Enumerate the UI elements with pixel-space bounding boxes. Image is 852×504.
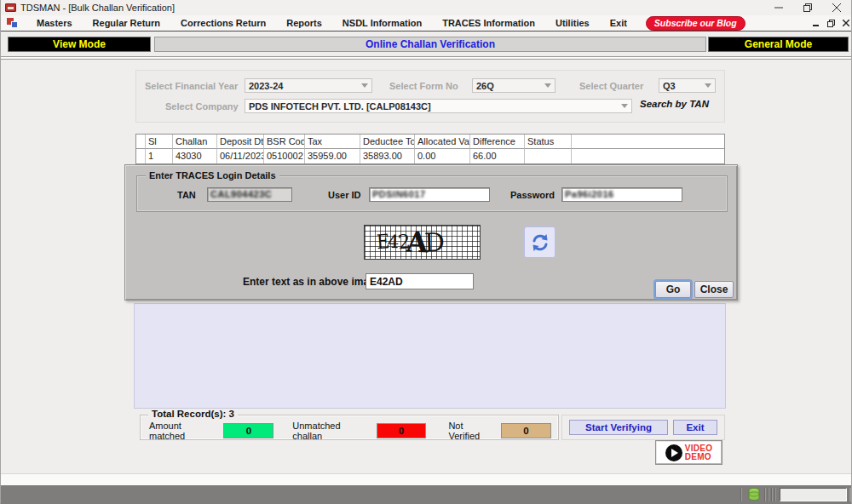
captcha-image: E42AD (364, 225, 481, 260)
menu-exit[interactable]: Exit (600, 16, 637, 30)
close-button[interactable] (822, 0, 851, 15)
title-bar: TDSMAN - [Bulk Challan Verification] (1, 0, 851, 15)
go-button[interactable]: Go (655, 281, 691, 298)
menu-utilities[interactable]: Utilities (545, 16, 600, 30)
results-panel (134, 303, 726, 409)
exit-button[interactable]: Exit (673, 420, 717, 435)
page-title: Online Challan Verification (154, 37, 706, 52)
mdi-close-button[interactable] (843, 20, 849, 26)
child-window-icon (7, 18, 18, 28)
minimize-button[interactable] (764, 0, 793, 15)
col-challan: Challan (173, 135, 217, 149)
challan-table: Sl Challan Deposit Dt BSR Code Tax Deduc… (135, 134, 725, 164)
user-id-value: PDSIN6017 (372, 189, 426, 199)
not-verified-count: 0 (501, 423, 551, 438)
amount-matched-count: 0 (223, 423, 273, 438)
col-status: Status (525, 135, 572, 149)
cell-difference: 66.00 (470, 149, 525, 163)
quarter-label: Select Quarter (579, 81, 643, 91)
start-verifying-button[interactable]: Start Verifying (569, 420, 668, 435)
summary-row: Amount matched 0 Unmatched challan 0 Not… (149, 421, 551, 441)
password-label: Password (510, 190, 555, 200)
user-id-field[interactable]: PDSIN6017 (369, 187, 490, 202)
menu-reports[interactable]: Reports (276, 16, 332, 30)
refresh-captcha-button[interactable] (524, 226, 556, 258)
user-id-label: User ID (328, 190, 361, 200)
unmatched-label: Unmatched challan (292, 421, 371, 441)
col-bsr-code: BSR Code (264, 135, 305, 149)
form-no-label: Select Form No (389, 81, 458, 91)
form-no-select[interactable]: 26Q (472, 78, 556, 93)
total-records-label: Total Record(s): 3 (148, 409, 238, 419)
play-icon (665, 444, 682, 461)
company-label: Select Company (165, 101, 239, 112)
tan-field: CAL904423C (207, 187, 292, 202)
financial-year-value: 2023-24 (249, 81, 283, 91)
captcha-input[interactable] (366, 273, 474, 289)
password-field[interactable]: Pa96i2016 (561, 187, 682, 202)
amount-matched-label: Amount matched (149, 421, 218, 441)
mdi-close-icon (843, 20, 849, 26)
chevron-down-icon (544, 83, 551, 88)
minimize-icon (774, 3, 783, 12)
view-mode-tab[interactable]: View Mode (8, 37, 151, 52)
financial-year-select[interactable]: 2023-24 (245, 78, 372, 93)
cell-bsr-code: 0510002 (264, 149, 305, 163)
mdi-restore-button[interactable] (827, 20, 835, 27)
close-dialog-button[interactable]: Close (694, 281, 734, 298)
chevron-down-icon (705, 83, 711, 88)
divider (1, 56, 851, 60)
database-icon (748, 488, 760, 504)
restore-icon (803, 3, 812, 12)
cell-challan: 43030 (173, 149, 217, 163)
app-window: TDSMAN - [Bulk Challan Verification] Mas… (0, 0, 852, 504)
company-value: PDS INFOTECH PVT. LTD. [CALP08143C] (249, 101, 431, 112)
quarter-value: Q3 (663, 81, 676, 91)
tan-value: CAL904423C (210, 189, 272, 199)
chevron-down-icon (361, 83, 368, 88)
general-mode-tab[interactable]: General Mode (708, 37, 849, 52)
status-separator (740, 488, 742, 501)
col-deposit-dt: Deposit Dt (217, 135, 264, 149)
status-field (780, 488, 847, 501)
financial-year-label: Select Financial Year (145, 81, 238, 91)
status-bar (1, 485, 851, 504)
company-select[interactable]: PDS INFOTECH PVT. LTD. [CALP08143C] (245, 99, 632, 113)
col-allocated-value: Allocated Value (415, 135, 470, 149)
captcha-letter: D (423, 229, 445, 255)
tan-label: TAN (177, 190, 196, 200)
app-icon (5, 3, 16, 12)
captcha-prompt-label: Enter text as in above image (243, 276, 381, 288)
menu-corrections-return[interactable]: Corrections Return (170, 16, 276, 30)
menu-masters[interactable]: Masters (26, 16, 83, 30)
password-value: Pa96i2016 (565, 189, 614, 199)
bottom-strip (1, 473, 851, 485)
col-difference: Difference (470, 135, 525, 149)
traces-login-dialog: Enter TRACES Login Details TAN CAL904423… (124, 164, 738, 301)
menu-nsdl-information[interactable]: NSDL Information (332, 16, 432, 30)
cell-filler (572, 149, 724, 163)
restore-button[interactable] (793, 0, 822, 15)
menu-traces-information[interactable]: TRACES Information (432, 16, 545, 30)
mdi-window-controls (813, 20, 851, 27)
subscribe-blog-button[interactable]: Subscribe our Blog (646, 16, 746, 31)
table-row[interactable]: 1 43030 06/11/2023 0510002 35959.00 3589… (136, 149, 724, 163)
menu-regular-return[interactable]: Regular Return (83, 16, 170, 30)
chevron-down-icon (621, 104, 628, 108)
refresh-icon (530, 232, 550, 253)
mdi-minimize-button[interactable] (813, 20, 820, 26)
window-controls (764, 0, 851, 15)
mdi-minimize-icon (813, 20, 820, 26)
video-demo-button[interactable]: VIDEO DEMO (655, 440, 722, 465)
traces-login-groupbox: Enter TRACES Login Details TAN CAL904423… (136, 175, 728, 212)
quarter-select[interactable]: Q3 (659, 78, 716, 93)
window-title: TDSMAN - [Bulk Challan Verification] (20, 3, 175, 13)
search-by-tan-link[interactable]: Search by TAN (640, 99, 709, 109)
cell-deposit-dt: 06/11/2023 (217, 149, 264, 163)
menu-bar: Masters Regular Return Corrections Retur… (1, 15, 851, 32)
col-filler (572, 135, 724, 149)
summary-groupbox: Total Record(s): 3 Amount matched 0 Unma… (140, 415, 559, 440)
form-no-value: 26Q (476, 81, 494, 91)
cell-tax: 35959.00 (305, 149, 360, 163)
col-tax: Tax (305, 135, 360, 149)
